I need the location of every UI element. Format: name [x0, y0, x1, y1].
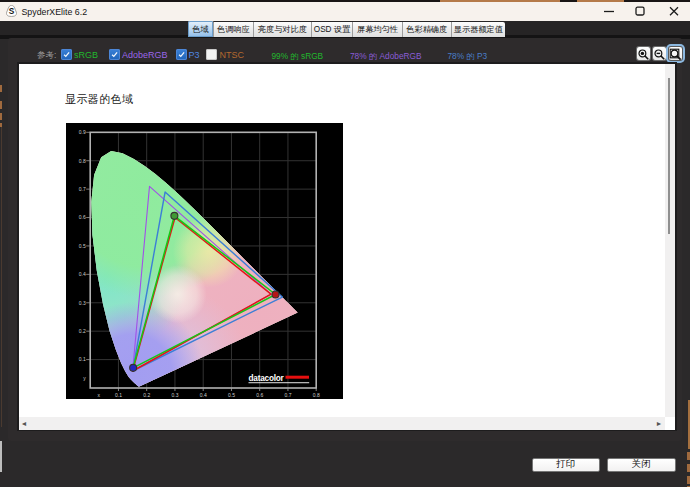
report-page: 显示器的色域 0.10.20.30.40.50.60.70.80.9y0.10.… — [19, 64, 665, 418]
tab-1[interactable]: 色域 — [188, 21, 214, 37]
footer-bar: 打印 关闭 — [0, 441, 690, 487]
scroll-left-arrow-icon[interactable]: ◄ — [21, 420, 28, 427]
svg-text:0.7: 0.7 — [284, 392, 291, 398]
svg-text:datacolor: datacolor — [249, 374, 285, 383]
app-window: S SpyderXElite 6.2 色域色调响应亮度与对比度OSD 设置屏幕均… — [0, 0, 690, 487]
datacolor-logo: datacolor — [249, 374, 310, 383]
svg-text:0.4: 0.4 — [200, 392, 207, 398]
tab-bar: 色域色调响应亮度与对比度OSD 设置屏幕均匀性色彩精确度显示器额定值 — [188, 21, 505, 37]
check-icon — [61, 49, 72, 60]
title-bar: S SpyderXElite 6.2 — [0, 1, 690, 21]
tab-5[interactable]: 屏幕均匀性 — [353, 22, 403, 37]
checkbox-label-adobergb: AdobeRGB — [122, 50, 168, 60]
checkbox-adobergb[interactable] — [109, 49, 120, 60]
screen-edge-artifact — [0, 85, 2, 92]
tab-4[interactable]: OSD 设置 — [312, 22, 353, 37]
svg-text:x: x — [97, 392, 100, 398]
report-page-frame: 显示器的色域 0.10.20.30.40.50.60.70.80.9y0.10.… — [17, 62, 677, 431]
svg-text:0.3: 0.3 — [171, 392, 178, 398]
minimize-button[interactable] — [594, 1, 624, 21]
checkbox-srgb[interactable] — [61, 49, 72, 60]
checkbox-ntsc[interactable] — [206, 49, 217, 60]
red-primary-marker — [272, 291, 279, 298]
coverage-result-1: 99% 的 sRGB — [272, 51, 324, 62]
reference-label: 参考: — [37, 50, 56, 62]
screen-edge-artifact — [0, 441, 2, 472]
svg-text:0.8: 0.8 — [313, 392, 320, 398]
check-icon — [176, 49, 187, 60]
checkbox-label-srgb: sRGB — [74, 50, 98, 60]
zoom-out-icon — [653, 48, 666, 61]
close-dialog-button[interactable]: 关闭 — [607, 458, 676, 472]
vertical-scrollbar[interactable] — [665, 64, 676, 430]
scrollbar-corner — [665, 417, 676, 430]
window-title: SpyderXElite 6.2 — [22, 7, 88, 17]
close-button[interactable] — [659, 1, 689, 21]
screen-edge-artifact — [1, 127, 2, 427]
svg-text:0.3: 0.3 — [79, 300, 86, 306]
svg-text:0.7: 0.7 — [79, 186, 86, 192]
screen-edge-artifact — [440, 0, 560, 2]
svg-text:0.4: 0.4 — [79, 271, 86, 277]
screen-edge-artifact — [577, 0, 624, 2]
green-primary-marker — [171, 212, 178, 219]
svg-text:0.2: 0.2 — [79, 328, 86, 334]
tab-7[interactable]: 显示器额定值 — [452, 22, 506, 37]
scroll-right-arrow-icon[interactable]: ► — [656, 420, 663, 427]
check-icon — [109, 49, 120, 60]
svg-text:0.6: 0.6 — [256, 392, 263, 398]
coverage-result-2: 78% 的 AdobeRGB — [350, 51, 421, 62]
svg-text:0.2: 0.2 — [143, 392, 150, 398]
blue-primary-marker — [130, 364, 137, 371]
maximize-button[interactable] — [625, 1, 655, 21]
horizontal-scrollbar[interactable]: ◄ ► — [19, 417, 665, 430]
checkbox-label-p3: P3 — [189, 50, 200, 60]
svg-text:y: y — [83, 375, 86, 381]
zoom-in-button[interactable] — [637, 47, 650, 60]
svg-text:0.1: 0.1 — [115, 392, 122, 398]
screen-edge-artifact — [687, 476, 690, 484]
svg-text:0.8: 0.8 — [79, 158, 86, 164]
svg-text:0.5: 0.5 — [79, 243, 86, 249]
zoom-out-button[interactable] — [653, 47, 666, 60]
svg-text:S: S — [9, 7, 15, 16]
svg-text:0.6: 0.6 — [79, 214, 86, 220]
screen-edge-artifact — [687, 452, 690, 460]
checkbox-p3[interactable] — [176, 49, 187, 60]
screen-edge-artifact — [0, 113, 2, 120]
svg-text:0.5: 0.5 — [228, 392, 235, 398]
zoom-fit-button[interactable] — [669, 47, 682, 60]
tab-3[interactable]: 亮度与对比度 — [254, 22, 312, 37]
coverage-result-3: 78% 的 P3 — [448, 51, 488, 62]
zoom-fit-icon — [669, 48, 682, 61]
cie-diagram-svg: 0.10.20.30.40.50.60.70.80.9y0.10.20.30.4… — [66, 123, 343, 399]
tab-6[interactable]: 色彩精确度 — [403, 22, 452, 37]
zoom-in-icon — [637, 48, 650, 61]
page-title: 显示器的色域 — [65, 92, 133, 107]
print-button[interactable]: 打印 — [532, 458, 600, 472]
tab-2[interactable]: 色调响应 — [214, 22, 254, 37]
vertical-scrollbar-thumb[interactable] — [668, 78, 670, 234]
app-logo-icon: S — [6, 5, 17, 17]
svg-text:0.1: 0.1 — [79, 356, 86, 362]
gamut-chart: 0.10.20.30.40.50.60.70.80.9y0.10.20.30.4… — [66, 123, 343, 399]
screen-edge-artifact — [0, 101, 2, 109]
screen-edge-artifact — [687, 464, 690, 472]
svg-text:0.9: 0.9 — [79, 129, 86, 135]
checkbox-label-ntsc: NTSC — [220, 50, 245, 60]
